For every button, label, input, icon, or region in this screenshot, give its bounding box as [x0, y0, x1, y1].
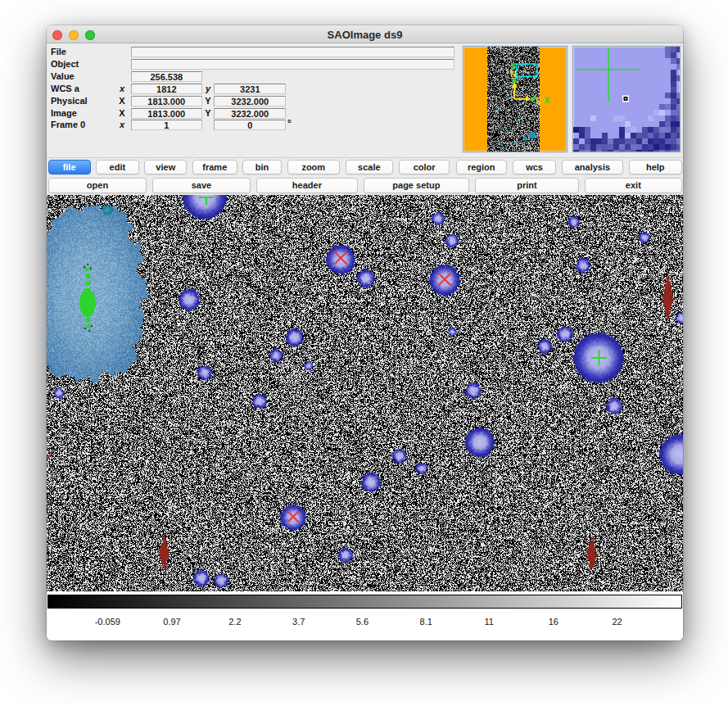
svg-text:N: N	[510, 69, 517, 79]
svg-text:E: E	[536, 97, 541, 106]
svg-text:X: X	[544, 96, 549, 105]
